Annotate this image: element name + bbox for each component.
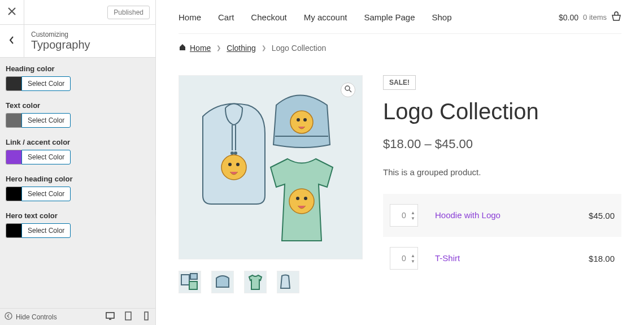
thumbnail[interactable] <box>211 271 234 293</box>
control-label: Text color <box>6 101 150 110</box>
preview-pane: Home Cart Checkout My account Sample Pag… <box>156 0 644 325</box>
svg-point-15 <box>289 189 314 214</box>
nav-my-account[interactable]: My account <box>304 12 347 22</box>
color-swatch[interactable] <box>6 76 21 91</box>
text-color-control: Text color Select Color <box>6 101 150 128</box>
select-color-button[interactable]: Select Color <box>21 223 71 238</box>
color-swatch[interactable] <box>6 187 21 201</box>
svg-point-10 <box>228 163 232 166</box>
tablet-icon[interactable] <box>124 311 133 323</box>
nav-home[interactable]: Home <box>179 12 201 22</box>
magnifier-icon <box>344 85 352 95</box>
quantity-value: 0 <box>402 254 406 263</box>
home-icon <box>179 43 186 53</box>
chevron-left-icon <box>9 36 15 46</box>
hide-controls-button[interactable]: Hide Controls <box>5 312 57 322</box>
select-color-button[interactable]: Select Color <box>21 187 71 201</box>
control-label: Link / accent color <box>6 138 150 146</box>
section-title-bar: Customizing Typography <box>0 25 155 58</box>
thumbnail[interactable] <box>244 271 267 293</box>
controls-area: Heading color Select Color Text color Se… <box>0 58 155 308</box>
sale-badge: SALE! <box>383 75 416 90</box>
collapse-icon <box>5 312 12 322</box>
grouped-products-table: 0 ▲▼ Hoodie with Logo $45.00 0 ▲▼ T-Sh <box>383 194 621 280</box>
color-swatch[interactable] <box>6 113 21 128</box>
quantity-value: 0 <box>402 211 406 220</box>
customizer-panel: Published Customizing Typography Heading… <box>0 0 156 325</box>
product-layout: SALE! Logo Collection $18.00 – $45.00 Th… <box>179 75 621 293</box>
desktop-icon[interactable] <box>106 311 115 323</box>
chevron-right-icon: ❯ <box>262 45 266 51</box>
customizer-footer: Hide Controls <box>0 308 155 325</box>
hero-text-color-control: Hero text color Select Color <box>6 211 150 238</box>
customizer-header: Published <box>0 0 155 25</box>
svg-rect-2 <box>125 312 131 320</box>
quantity-stepper[interactable]: 0 ▲▼ <box>390 247 418 270</box>
product-main-image[interactable] <box>179 75 363 259</box>
color-swatch[interactable] <box>6 223 21 238</box>
zoom-button[interactable] <box>341 83 355 97</box>
svg-point-14 <box>303 118 307 122</box>
select-color-button[interactable]: Select Color <box>21 113 71 128</box>
published-button[interactable]: Published <box>107 6 150 19</box>
publish-status-wrap: Published <box>24 0 155 24</box>
color-swatch[interactable] <box>6 150 21 164</box>
svg-rect-18 <box>181 275 189 285</box>
product-title: Logo Collection <box>383 99 621 124</box>
svg-point-13 <box>297 118 300 122</box>
close-icon <box>8 7 16 18</box>
device-preview-icons <box>106 311 151 323</box>
nav-sample-page[interactable]: Sample Page <box>364 12 415 22</box>
thumbnail[interactable] <box>179 271 201 293</box>
cart-item-count: 0 items <box>583 13 607 21</box>
control-label: Hero text color <box>6 211 150 220</box>
product-gallery <box>179 75 363 293</box>
svg-point-12 <box>290 111 313 133</box>
stepper-arrows-icon: ▲▼ <box>411 210 415 221</box>
select-color-button[interactable]: Select Color <box>21 150 71 164</box>
svg-rect-1 <box>106 313 114 318</box>
grouped-product-link[interactable]: Hoodie with Logo <box>435 210 501 220</box>
grouped-product-price: $45.00 <box>557 194 621 237</box>
cart-amount: $0.00 <box>559 13 578 22</box>
svg-point-16 <box>296 197 299 200</box>
hide-controls-label: Hide Controls <box>16 313 57 321</box>
svg-rect-20 <box>189 281 197 289</box>
select-color-button[interactable]: Select Color <box>21 76 71 91</box>
svg-point-7 <box>230 151 234 155</box>
close-customizer-button[interactable] <box>0 0 24 24</box>
product-illustration <box>186 83 355 252</box>
section-name: Typography <box>31 38 90 51</box>
nav-checkout[interactable]: Checkout <box>251 12 286 22</box>
breadcrumb-home[interactable]: Home <box>179 43 211 53</box>
nav-shop[interactable]: Shop <box>432 12 452 22</box>
section-title: Customizing Typography <box>24 25 97 57</box>
hero-heading-color-control: Hero heading color Select Color <box>6 175 150 201</box>
grouped-product-link[interactable]: T-Shirt <box>435 253 460 263</box>
svg-point-6 <box>345 86 350 90</box>
basket-icon <box>611 11 621 23</box>
svg-point-9 <box>221 155 246 180</box>
breadcrumb-current: Logo Collection <box>272 44 327 53</box>
thumbnail[interactable] <box>277 271 299 293</box>
svg-point-17 <box>304 197 307 200</box>
cart-summary[interactable]: $0.00 0 items <box>559 11 621 23</box>
heading-color-control: Heading color Select Color <box>6 64 150 91</box>
back-button[interactable] <box>0 25 24 57</box>
grouped-row: 0 ▲▼ Hoodie with Logo $45.00 <box>383 194 621 237</box>
quantity-stepper[interactable]: 0 ▲▼ <box>390 204 418 227</box>
product-description: This is a grouped product. <box>383 167 621 177</box>
control-label: Hero heading color <box>6 175 150 183</box>
svg-point-8 <box>234 151 237 155</box>
accent-color-control: Link / accent color Select Color <box>6 138 150 164</box>
customizing-label: Customizing <box>31 31 90 38</box>
svg-point-11 <box>236 163 240 166</box>
product-info: SALE! Logo Collection $18.00 – $45.00 Th… <box>383 75 621 293</box>
breadcrumb-clothing[interactable]: Clothing <box>227 44 255 53</box>
nav-links: Home Cart Checkout My account Sample Pag… <box>179 12 452 22</box>
mobile-icon[interactable] <box>142 311 151 323</box>
control-label: Heading color <box>6 64 150 73</box>
chevron-right-icon: ❯ <box>216 45 221 51</box>
svg-point-0 <box>5 313 12 319</box>
nav-cart[interactable]: Cart <box>218 12 234 22</box>
